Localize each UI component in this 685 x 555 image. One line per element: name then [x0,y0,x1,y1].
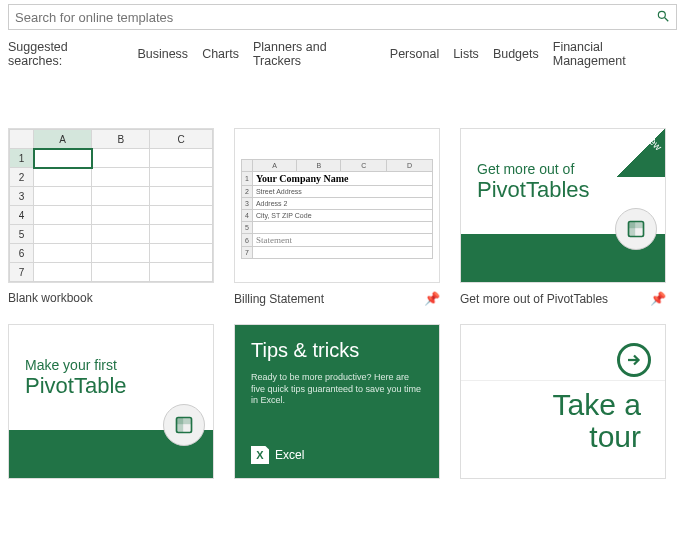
suggested-link-personal[interactable]: Personal [390,47,439,61]
suggested-link-charts[interactable]: Charts [202,47,239,61]
suggested-link-budgets[interactable]: Budgets [493,47,539,61]
tile-body: Ready to be more productive? Here are fi… [251,372,423,446]
template-thumb-blank[interactable]: A B C 1 2 3 4 5 6 7 [8,128,214,283]
template-thumb-billing[interactable]: A B C D 1Your Company Name 2Street Addre… [234,128,440,283]
suggested-link-lists[interactable]: Lists [453,47,479,61]
tile-title-line1: Take a [461,389,641,421]
template-caption: Blank workbook [8,291,93,305]
template-thumb-pivot-more[interactable]: New Get more out of PivotTables [460,128,666,283]
suggested-link-business[interactable]: Business [137,47,188,61]
row-header: 7 [10,263,34,282]
pivot-icon [615,208,657,250]
template-pivot-get-more: New Get more out of PivotTables Get more… [460,128,666,306]
row-header: 5 [10,225,34,244]
template-caption: Get more out of PivotTables [460,292,608,306]
pivot-icon [163,404,205,446]
pin-icon[interactable]: 📌 [650,291,666,306]
template-blank-workbook: A B C 1 2 3 4 5 6 7 Blank workbook [8,128,214,306]
svg-point-0 [658,11,665,18]
template-take-tour: Take a tour [460,324,666,479]
template-tips-tricks: Tips & tricks Ready to be more productiv… [234,324,440,479]
excel-icon: X [251,446,269,464]
row-header: 4 [10,206,34,225]
template-pivot-make-first: Make your first PivotTable [8,324,214,479]
col-header: B [92,130,150,149]
suggested-label: Suggested searches: [8,40,123,68]
svg-rect-7 [177,418,192,425]
row-header: 1 [10,149,34,168]
svg-line-1 [665,17,669,21]
row-header: 6 [10,244,34,263]
tile-lead: Make your first [25,357,197,373]
template-thumb-tips[interactable]: Tips & tricks Ready to be more productiv… [234,324,440,479]
template-thumb-tour[interactable]: Take a tour [460,324,666,479]
arrow-right-icon [617,343,651,377]
col-header: C [150,130,213,149]
col-header: A [34,130,92,149]
template-caption: Billing Statement [234,292,324,306]
search-box[interactable] [8,4,677,30]
company-name: Your Company Name [252,172,432,186]
tile-title-line2: tour [461,421,641,453]
template-thumb-pivot-first[interactable]: Make your first PivotTable [8,324,214,479]
search-input[interactable] [15,10,656,25]
suggested-searches: Suggested searches: Business Charts Plan… [8,40,677,68]
row-header: 2 [10,168,34,187]
tile-title: PivotTables [477,177,649,203]
suggested-link-financial[interactable]: Financial Management [553,40,677,68]
template-grid: A B C 1 2 3 4 5 6 7 Blank workbook [8,128,677,479]
new-badge: New [617,129,665,177]
svg-rect-4 [629,222,644,229]
search-icon[interactable] [656,9,670,26]
tile-title: PivotTable [25,373,197,399]
suggested-link-planners[interactable]: Planners and Trackers [253,40,376,68]
template-billing-statement: A B C D 1Your Company Name 2Street Addre… [234,128,440,306]
row-header: 3 [10,187,34,206]
pin-icon[interactable]: 📌 [424,291,440,306]
tile-title: Tips & tricks [251,339,423,362]
tile-footer: Excel [275,448,304,462]
